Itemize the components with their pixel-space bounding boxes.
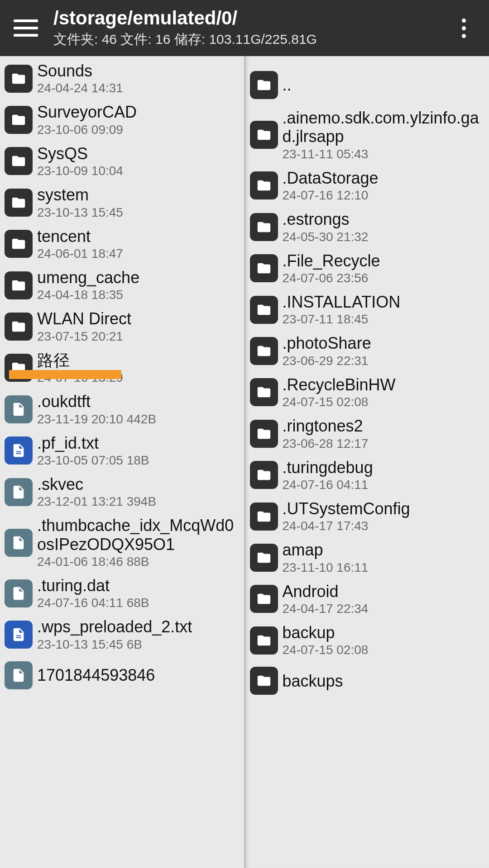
- left-pane: Sounds24-04-24 14:31SurveyorCAD23-10-06 …: [0, 56, 244, 868]
- file-icon: [5, 529, 33, 557]
- folder-icon: [250, 171, 278, 199]
- list-item[interactable]: .DataStorage24-07-16 12:10: [245, 165, 489, 206]
- right-pane: ...ainemo.sdk.com.ylzinfo.gad.jlrsapp23-…: [244, 56, 489, 868]
- folder-icon: [250, 503, 278, 531]
- item-name: system: [37, 185, 123, 204]
- file-icon: [5, 395, 33, 423]
- list-item[interactable]: tencent24-06-01 18:47: [0, 223, 244, 265]
- item-name: .oukdtft: [37, 392, 156, 411]
- item-name: umeng_cache: [37, 268, 139, 287]
- folder-icon: [5, 147, 33, 175]
- list-item[interactable]: amap23-11-10 16:11: [245, 537, 489, 578]
- item-name: 路径: [37, 351, 123, 370]
- folder-icon: [250, 420, 278, 448]
- item-meta: 23-10-09 10:04: [37, 164, 123, 178]
- item-meta: 24-04-17 17:43: [283, 519, 410, 533]
- item-name: .photoShare: [283, 334, 371, 352]
- item-name: .estrongs: [283, 210, 369, 228]
- file-icon: [5, 478, 33, 506]
- folder-icon: [250, 461, 278, 489]
- item-meta: 24-01-06 18:46 88B: [37, 555, 239, 569]
- list-item[interactable]: .UTSystemConfig24-04-17 17:43: [245, 496, 489, 537]
- item-name: backups: [283, 672, 343, 690]
- list-item[interactable]: backups: [245, 661, 489, 701]
- storage-stats: 文件夹: 46 文件: 16 储存: 103.11G/225.81G: [53, 30, 451, 49]
- item-name: .RecycleBinHW: [283, 375, 396, 394]
- list-item[interactable]: .ringtones223-06-28 12:17: [245, 413, 489, 454]
- list-item[interactable]: Sounds24-04-24 14:31: [0, 58, 244, 99]
- folder-icon: [250, 213, 278, 241]
- item-name: SurveyorCAD: [37, 103, 137, 121]
- item-name: .turing.dat: [37, 576, 149, 595]
- folder-icon: [5, 106, 33, 134]
- list-item[interactable]: .INSTALLATION23-07-11 18:45: [245, 289, 489, 330]
- item-name: tencent: [37, 227, 123, 246]
- list-item[interactable]: .turing.dat24-07-16 04:11 68B: [0, 573, 244, 614]
- list-item[interactable]: .thumbcache_idx_McqWd0osIPezODQX95O124-0…: [0, 512, 244, 573]
- item-meta: 23-10-13 15:45 6B: [37, 637, 192, 652]
- file-icon: [5, 661, 33, 689]
- list-item[interactable]: .File_Recycle24-07-06 23:56: [245, 248, 489, 289]
- item-meta: 24-05-30 21:32: [283, 230, 369, 244]
- app-header: /storage/emulated/0/ 文件夹: 46 文件: 16 储存: …: [0, 0, 489, 56]
- title-block: /storage/emulated/0/ 文件夹: 46 文件: 16 储存: …: [53, 7, 451, 48]
- item-meta: 24-06-01 18:47: [37, 247, 123, 261]
- item-meta: 24-07-16 04:11 68B: [37, 596, 149, 610]
- item-name: .thumbcache_idx_McqWd0osIPezODQX95O1: [37, 516, 239, 554]
- list-item[interactable]: backup24-07-15 02:08: [245, 620, 489, 661]
- list-item[interactable]: .photoShare23-06-29 22:31: [245, 330, 489, 371]
- list-item[interactable]: WLAN Direct23-07-15 20:21: [0, 306, 244, 347]
- list-item[interactable]: .estrongs24-05-30 21:32: [245, 206, 489, 247]
- item-meta: 23-11-10 16:11: [283, 560, 369, 575]
- item-meta: 23-10-05 07:05 18B: [37, 453, 149, 468]
- file-icon: [5, 579, 33, 607]
- list-item[interactable]: .pf_id.txt23-10-05 07:05 18B: [0, 430, 244, 471]
- list-item[interactable]: system23-10-13 15:45: [0, 182, 244, 223]
- list-item[interactable]: SurveyorCAD23-10-06 09:09: [0, 99, 244, 140]
- folder-icon: [250, 296, 278, 324]
- text-file-icon: [5, 621, 33, 649]
- item-meta: 24-07-15 02:08: [283, 643, 369, 657]
- folder-icon: [5, 230, 33, 258]
- item-meta: 24-07-06 23:56: [283, 271, 380, 285]
- item-meta: 23-10-06 09:09: [37, 123, 137, 137]
- content: Sounds24-04-24 14:31SurveyorCAD23-10-06 …: [0, 56, 489, 868]
- item-name: backup: [283, 623, 369, 642]
- list-item[interactable]: .oukdtft23-11-19 20:10 442B: [0, 389, 244, 430]
- menu-icon[interactable]: [14, 16, 38, 40]
- folder-icon: [5, 65, 33, 93]
- list-item[interactable]: .turingdebug24-07-16 04:11: [245, 455, 489, 496]
- list-item[interactable]: .RecycleBinHW24-07-15 02:08: [245, 372, 489, 413]
- item-meta: 23-06-28 12:17: [283, 436, 369, 451]
- list-item[interactable]: ..: [245, 65, 489, 105]
- item-name: amap: [283, 541, 369, 559]
- list-item[interactable]: SysQS23-10-09 10:04: [0, 141, 244, 182]
- list-item[interactable]: 1701844593846: [0, 655, 244, 695]
- right-list: ...ainemo.sdk.com.ylzinfo.gad.jlrsapp23-…: [245, 56, 489, 701]
- folder-icon: [5, 271, 33, 299]
- item-meta: 24-07-15 02:08: [283, 395, 396, 409]
- folder-icon: [250, 121, 278, 149]
- item-name: Android: [283, 582, 369, 601]
- item-meta: 24-04-17 22:34: [283, 602, 369, 616]
- list-item[interactable]: .wps_preloaded_2.txt23-10-13 15:45 6B: [0, 614, 244, 655]
- folder-icon: [5, 313, 33, 341]
- folder-icon: [250, 626, 278, 655]
- item-meta: 24-07-16 04:11: [283, 478, 373, 492]
- item-name: .INSTALLATION: [283, 293, 401, 311]
- item-meta: 23-12-01 13:21 394B: [37, 494, 156, 509]
- item-meta: 23-06-29 22:31: [283, 354, 371, 368]
- item-meta: 23-11-19 20:10 442B: [37, 412, 156, 427]
- more-vert-icon[interactable]: [451, 15, 476, 41]
- list-item[interactable]: umeng_cache24-04-18 18:35: [0, 265, 244, 306]
- list-item[interactable]: Android24-04-17 22:34: [245, 579, 489, 620]
- item-name: .wps_preloaded_2.txt: [37, 617, 192, 636]
- current-path: /storage/emulated/0/: [53, 7, 451, 29]
- folder-icon: [250, 71, 278, 99]
- list-item[interactable]: .skvec23-12-01 13:21 394B: [0, 471, 244, 512]
- list-item[interactable]: 路径24-07-16 13:29: [0, 347, 244, 389]
- item-name: .ainemo.sdk.com.ylzinfo.gad.jlrsapp: [283, 109, 484, 146]
- list-item[interactable]: .ainemo.sdk.com.ylzinfo.gad.jlrsapp23-11…: [245, 105, 489, 165]
- folder-icon: [250, 337, 278, 365]
- item-meta: 23-07-11 18:45: [283, 312, 401, 327]
